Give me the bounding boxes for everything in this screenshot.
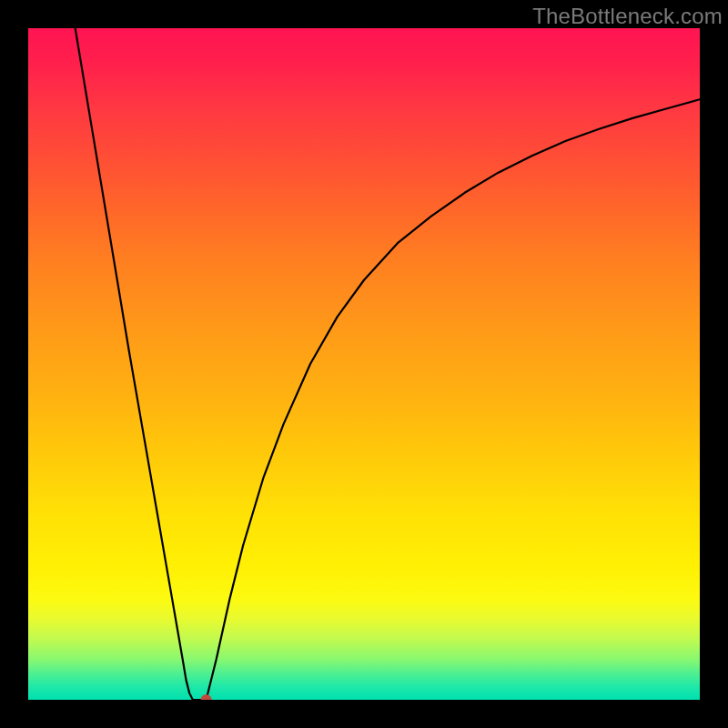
watermark-text: TheBottleneck.com: [532, 4, 723, 29]
marker-dot: [201, 694, 212, 700]
bottleneck-curve: [76, 28, 700, 700]
chart-frame: [28, 28, 700, 700]
plot-area: [28, 28, 700, 700]
chart-curve-svg: [28, 28, 700, 700]
